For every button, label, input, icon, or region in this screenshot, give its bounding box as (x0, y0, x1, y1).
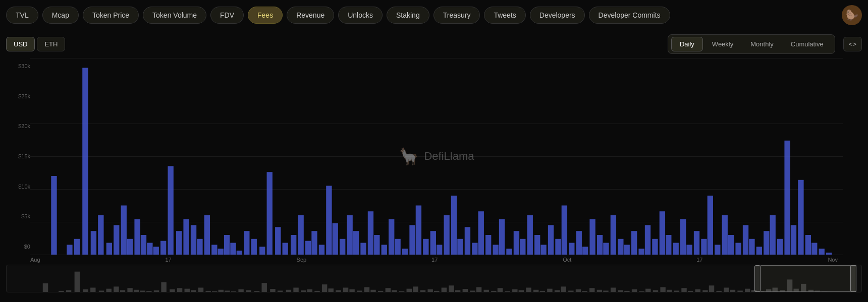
chart-bar[interactable] (374, 235, 379, 255)
chart-bar[interactable] (791, 225, 796, 255)
chart-bar[interactable] (230, 243, 236, 255)
minimap-handle-right[interactable] (850, 265, 856, 292)
chart-bar[interactable] (67, 245, 72, 255)
chart-bar[interactable] (638, 249, 644, 255)
chart-bar[interactable] (499, 219, 505, 255)
chart-bar[interactable] (437, 245, 442, 255)
chart-bar[interactable] (589, 219, 595, 255)
embed-button[interactable]: <> (843, 37, 862, 51)
chart-bar[interactable] (540, 245, 546, 255)
period-btn-monthly[interactable]: Monthly (742, 37, 782, 51)
nav-btn-tweets[interactable]: Tweets (484, 7, 525, 24)
chart-bar[interactable] (204, 215, 210, 255)
chart-bar[interactable] (98, 215, 103, 255)
chart-bar[interactable] (784, 141, 790, 255)
chart-bar[interactable] (457, 239, 463, 255)
chart-bar[interactable] (333, 223, 338, 255)
chart-bar[interactable] (127, 239, 133, 255)
period-btn-cumulative[interactable]: Cumulative (783, 37, 832, 51)
chart-bar[interactable] (153, 247, 159, 255)
chart-bar[interactable] (715, 245, 720, 255)
chart-bar[interactable] (798, 180, 803, 255)
nav-btn-fdv[interactable]: FDV (210, 7, 244, 24)
chart-bar[interactable] (211, 245, 217, 255)
currency-btn-eth[interactable]: ETH (37, 37, 65, 51)
chart-bar[interactable] (722, 215, 728, 255)
nav-btn-developer-commits[interactable]: Developer Commits (589, 7, 670, 24)
nav-btn-developers[interactable]: Developers (530, 7, 585, 24)
chart-bar[interactable] (652, 239, 658, 255)
chart-bar[interactable] (701, 239, 707, 255)
chart-bar[interactable] (305, 241, 311, 255)
chart-bar[interactable] (360, 243, 366, 255)
chart-bar[interactable] (244, 231, 249, 255)
chart-bar[interactable] (826, 253, 832, 255)
chart-bar[interactable] (218, 249, 224, 255)
chart-bar[interactable] (259, 247, 265, 255)
chart-bar[interactable] (147, 243, 152, 255)
nav-btn-mcap[interactable]: Mcap (42, 7, 79, 24)
chart-bar[interactable] (764, 231, 769, 255)
chart-bar[interactable] (694, 231, 699, 255)
chart-bar[interactable] (728, 235, 734, 255)
chart-bar[interactable] (275, 227, 281, 255)
chart-bar[interactable] (298, 215, 303, 255)
chart-bar[interactable] (51, 176, 57, 255)
chart-bar[interactable] (534, 235, 540, 255)
chart-bar[interactable] (168, 166, 173, 255)
chart-bar[interactable] (319, 245, 324, 255)
chart-bar[interactable] (91, 231, 96, 255)
chart-bar[interactable] (224, 235, 230, 255)
chart-bar[interactable] (708, 196, 713, 255)
chart-bar[interactable] (569, 243, 574, 255)
chart-bar[interactable] (624, 245, 630, 255)
chart-bar[interactable] (680, 219, 686, 255)
chart-bar[interactable] (382, 245, 387, 255)
chart-bar[interactable] (82, 68, 88, 255)
chart-bar[interactable] (666, 235, 671, 255)
chart-bar[interactable] (611, 215, 616, 255)
chart-bar[interactable] (485, 235, 491, 255)
chart-bar[interactable] (597, 235, 603, 255)
chart-bar[interactable] (347, 215, 352, 255)
nav-btn-treasury[interactable]: Treasury (433, 7, 480, 24)
chart-bar[interactable] (114, 225, 119, 255)
chart-bar[interactable] (478, 211, 484, 255)
chart-bar[interactable] (520, 239, 525, 255)
chart-bar[interactable] (423, 239, 428, 255)
nav-btn-staking[interactable]: Staking (387, 7, 429, 24)
chart-bar[interactable] (673, 243, 679, 255)
nav-btn-unlocks[interactable]: Unlocks (338, 7, 383, 24)
chart-bar[interactable] (106, 243, 112, 255)
chart-bar[interactable] (251, 239, 257, 255)
chart-bar[interactable] (402, 249, 408, 255)
chart-bar[interactable] (451, 196, 457, 255)
chart-bar[interactable] (756, 247, 762, 255)
chart-bar[interactable] (603, 243, 609, 255)
chart-bar[interactable] (291, 235, 296, 255)
chart-bar[interactable] (368, 211, 373, 255)
chart-bar[interactable] (395, 239, 400, 255)
chart-bar[interactable] (548, 225, 554, 255)
chart-bar[interactable] (770, 215, 776, 255)
chart-bar[interactable] (267, 172, 273, 255)
chart-bar[interactable] (183, 219, 189, 255)
chart-bar[interactable] (340, 239, 345, 255)
chart-bar[interactable] (326, 186, 332, 255)
chart-bar[interactable] (743, 225, 748, 255)
chart-bar[interactable] (562, 206, 567, 255)
chart-bar[interactable] (749, 239, 754, 255)
chart-bar[interactable] (819, 249, 825, 255)
nav-btn-token-volume[interactable]: Token Volume (143, 7, 206, 24)
chart-bar[interactable] (237, 251, 242, 255)
chart-bar[interactable] (777, 239, 783, 255)
nav-btn-revenue[interactable]: Revenue (287, 7, 334, 24)
chart-bar[interactable] (416, 206, 421, 255)
minimap-handle-left[interactable] (754, 265, 761, 292)
chart-bar[interactable] (506, 249, 512, 255)
chart-bar[interactable] (472, 243, 477, 255)
chart-bar[interactable] (527, 215, 533, 255)
chart-bar[interactable] (74, 239, 80, 255)
chart-bar[interactable] (576, 231, 582, 255)
chart-bar[interactable] (631, 231, 637, 255)
